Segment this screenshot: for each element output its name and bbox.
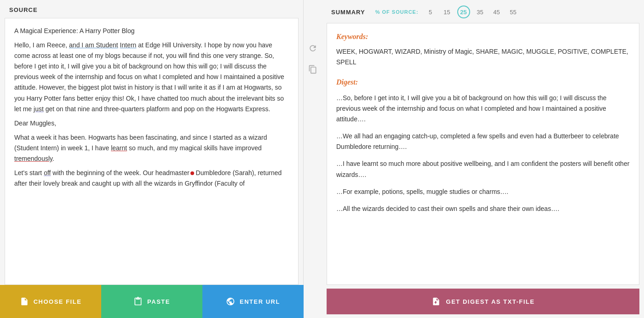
underline-span-2: Intern xyxy=(120,41,137,49)
paste-button[interactable]: PASTE xyxy=(101,285,202,318)
percent-of-source-label: % OF SOURCE: xyxy=(375,9,419,15)
percent-55[interactable]: 55 xyxy=(507,6,520,18)
digest-para-3: …I have learnt so much more about positi… xyxy=(336,159,630,180)
percent-45[interactable]: 45 xyxy=(490,6,503,18)
underline-span-4: learnt xyxy=(111,144,127,152)
right-button-area: GET DIGEST AS TXT-FILE xyxy=(322,285,644,318)
get-digest-button[interactable]: GET DIGEST AS TXT-FILE xyxy=(327,289,639,314)
enter-url-label: ENTER URL xyxy=(240,298,280,305)
underline-span-6: off xyxy=(44,169,51,176)
choose-file-button[interactable]: CHOOSE FILE xyxy=(0,285,101,318)
digest-para-4: …For example, potions, spells, muggle st… xyxy=(336,187,630,197)
source-para-3: What a week it has been. Hogwarts has be… xyxy=(14,132,289,164)
bottom-middle-spacer xyxy=(304,285,322,318)
digest-para-5: …All the wizards decided to cast their o… xyxy=(336,204,630,214)
left-panel: SOURCE A Magical Experience: A Harry Pot… xyxy=(0,0,304,285)
underline-span-5: tremendously xyxy=(14,155,52,162)
source-para-1: Hello, I am Reece, and I am Student Inte… xyxy=(14,40,289,114)
percent-options: 5 15 25 35 45 55 xyxy=(424,6,520,18)
source-para-2: Dear Muggles, xyxy=(14,118,289,129)
summary-title: SUMMARY xyxy=(331,9,365,16)
percent-25[interactable]: 25 xyxy=(457,6,470,18)
refresh-button[interactable] xyxy=(306,41,320,55)
source-header: SOURCE xyxy=(0,0,303,18)
choose-file-label: CHOOSE FILE xyxy=(34,298,82,305)
bottom-toolbar: CHOOSE FILE PASTE ENTER URL GET DIGEST A… xyxy=(0,285,644,318)
percent-15[interactable]: 15 xyxy=(441,6,454,18)
enter-url-button[interactable]: ENTER URL xyxy=(202,285,304,318)
digest-para-2: …We all had an engaging catch-up, comple… xyxy=(336,131,630,152)
summary-header: SUMMARY % OF SOURCE: 5 15 25 35 45 55 xyxy=(322,0,644,23)
middle-icons-panel xyxy=(304,0,322,285)
underline-span-3: just xyxy=(34,105,44,113)
paste-label: PASTE xyxy=(147,298,170,305)
underline-span-1: and I am Student xyxy=(69,41,118,49)
source-text-area[interactable]: A Magical Experience: A Harry Potter Blo… xyxy=(5,18,299,285)
red-dot xyxy=(190,171,194,175)
percent-35[interactable]: 35 xyxy=(474,6,487,18)
source-para-4: Let's start off with the beginning of th… xyxy=(14,168,289,189)
percent-5[interactable]: 5 xyxy=(424,6,437,18)
copy-button[interactable] xyxy=(306,62,320,76)
source-title: A Magical Experience: A Harry Potter Blo… xyxy=(14,26,289,36)
right-panel: SUMMARY % OF SOURCE: 5 15 25 35 45 55 Ke… xyxy=(322,0,644,285)
keywords-title: Keywords: xyxy=(336,31,630,43)
left-buttons-group: CHOOSE FILE PASTE ENTER URL xyxy=(0,285,304,318)
get-digest-label: GET DIGEST AS TXT-FILE xyxy=(446,298,535,305)
keywords-text: WEEK, HOGWART, WIZARD, Ministry of Magic… xyxy=(336,46,630,68)
digest-title: Digest: xyxy=(336,76,630,88)
digest-para-1: …So, before I get into it, I will give y… xyxy=(336,93,630,125)
summary-content-area[interactable]: Keywords: WEEK, HOGWART, WIZARD, Ministr… xyxy=(327,23,639,285)
